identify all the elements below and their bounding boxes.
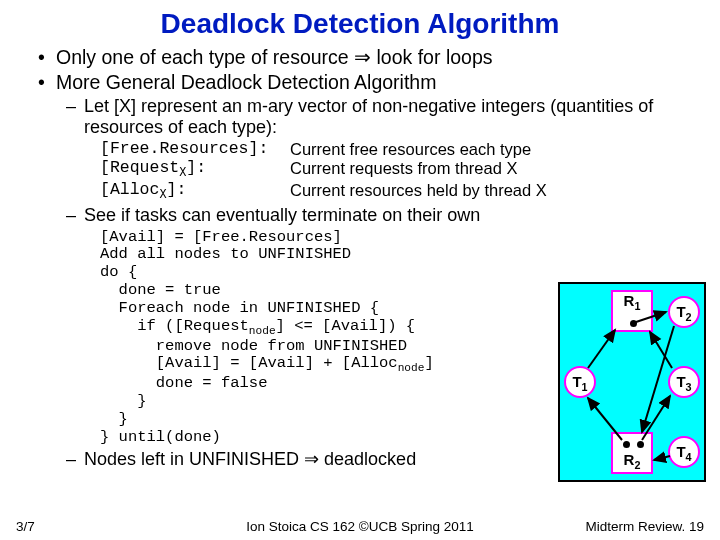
bullet-1-text-a: Only one of each type of resource [56,46,354,68]
T4-sub: 4 [686,451,692,463]
sub-bullet-2: See if tasks can eventually terminate on… [66,205,698,226]
def-row-1: [Free.Resources]:Current free resources … [100,140,698,159]
R1-token [630,320,637,327]
def-desc-2: Current requests from thread X [290,159,517,178]
arrow-glyph-2: ⇒ [304,449,319,469]
T1-label: T [572,373,581,390]
R2-label: R [624,451,635,468]
thread-T3: T3 [668,366,700,398]
arrow-glyph: ⇒ [354,46,371,68]
code-l12: } until(done) [100,428,221,446]
def-term-3a: [Alloc [100,180,159,199]
T3-label: T [676,373,685,390]
code-l6a: if ([Request [100,317,249,335]
code-l3: do { [100,263,137,281]
def-term-3b: ]: [167,180,187,199]
T2-sub: 2 [686,311,692,323]
footer-right: Midterm Review. 19 [585,519,704,534]
def-term-1: [Free.Resources]: [100,139,268,158]
code-l8b: ] [424,354,433,372]
code-l2: Add all nodes to UNFINISHED [100,245,351,263]
def-desc-1: Current free resources each type [290,140,531,159]
R1-sub: 1 [634,300,640,312]
svg-line-5 [650,332,672,368]
code-l5: Foreach node in UNFINISHED { [100,299,379,317]
svg-line-6 [654,456,670,460]
code-l1: [Avail] = [Free.Resources] [100,228,342,246]
code-l10: } [100,392,147,410]
T2-label: T [676,303,685,320]
T3-sub: 3 [686,381,692,393]
def-row-2: [RequestX]:Current requests from thread … [100,159,698,181]
code-l7: remove node from UNFINISHED [100,337,407,355]
code-l6b: ] <= [Avail]) { [276,317,416,335]
code-l8-sub: node [398,362,425,374]
resource-graph-diagram: R1 R2 T1 T2 T3 T4 [558,282,706,482]
code-l6-sub: node [249,325,276,337]
sub-bullet-1: Let [X] represent an m-ary vector of non… [66,96,698,138]
thread-T2: T2 [668,296,700,328]
def-term-3-sub: X [159,189,166,203]
def-row-3: [AllocX]:Current resources held by threa… [100,181,698,203]
bullet-1-text-b: look for loops [371,46,492,68]
R2-sub: 2 [634,459,640,471]
code-l9: done = false [100,374,267,392]
svg-line-0 [588,330,615,368]
def-desc-3: Current resources held by thread X [290,181,547,200]
R2-token-2 [637,441,644,448]
sub3-post: deadlocked [319,449,416,469]
bullet-2: More General Deadlock Detection Algorith… [38,71,698,94]
sub3-pre: Nodes left in UNFINISHED [84,449,304,469]
R1-label: R [624,292,635,309]
code-l11: } [100,410,128,428]
bullet-1: Only one of each type of resource ⇒ look… [38,46,698,69]
code-l8a: [Avail] = [Avail] + [Alloc [100,354,398,372]
T1-sub: 1 [582,381,588,393]
code-l4: done = true [100,281,221,299]
thread-T4: T4 [668,436,700,468]
R2-token-1 [623,441,630,448]
thread-T1: T1 [564,366,596,398]
def-term-2b: ]: [186,158,206,177]
T4-label: T [676,443,685,460]
resource-R2: R2 [611,432,653,474]
def-term-2a: [Request [100,158,179,177]
resource-R1: R1 [611,290,653,332]
slide-title: Deadlock Detection Algorithm [0,0,720,40]
